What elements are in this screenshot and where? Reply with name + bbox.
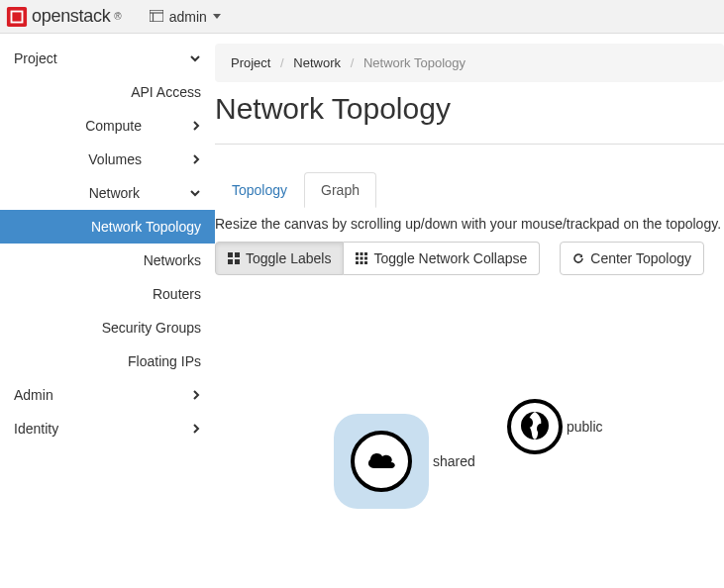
sidebar-item-admin[interactable]: Admin (0, 378, 215, 412)
sidebar-label: Security Groups (102, 320, 201, 336)
sidebar: Project API Access Compute Volumes Netwo… (0, 34, 215, 588)
chevron-down-icon (189, 187, 201, 199)
breadcrumb-sep: / (351, 55, 355, 70)
help-text: Resize the canvas by scrolling up/down w… (215, 216, 724, 232)
svg-rect-8 (228, 259, 233, 264)
caret-down-icon (213, 14, 221, 19)
chevron-right-icon (191, 120, 201, 132)
page-title: Network Topology (215, 92, 724, 126)
breadcrumb-item-current: Network Topology (363, 55, 465, 70)
toggle-labels-button[interactable]: Toggle Labels (215, 242, 344, 275)
breadcrumb: Project / Network / Network Topology (215, 44, 724, 82)
sidebar-label: Floating IPs (128, 353, 201, 369)
main-content: Project / Network / Network Topology Net… (215, 34, 724, 588)
svg-rect-3 (150, 10, 163, 22)
toolbar: Toggle Labels Toggle Network Collapse Ce… (215, 242, 724, 275)
sidebar-label: Compute (10, 118, 142, 134)
topbar: openstack ® admin (0, 0, 724, 34)
svg-rect-7 (235, 252, 240, 257)
sidebar-item-networks[interactable]: Networks (0, 244, 215, 277)
node-circle (507, 399, 563, 454)
sidebar-item-security-groups[interactable]: Security Groups (0, 311, 215, 344)
svg-rect-12 (364, 252, 367, 255)
sidebar-label: Admin (14, 387, 53, 403)
node-halo (507, 399, 563, 454)
sidebar-item-network-topology[interactable]: Network Topology (0, 210, 215, 244)
sidebar-item-api-access[interactable]: API Access (0, 75, 215, 109)
chevron-down-icon (189, 52, 201, 64)
sidebar-item-identity[interactable]: Identity (0, 412, 215, 445)
svg-rect-10 (356, 252, 359, 255)
network-node-public[interactable]: public (507, 399, 603, 454)
svg-rect-6 (228, 252, 233, 257)
divider (215, 144, 724, 145)
svg-rect-18 (364, 261, 367, 264)
grid-icon (228, 252, 240, 264)
sidebar-item-network[interactable]: Network (0, 176, 215, 210)
svg-rect-13 (356, 257, 359, 260)
svg-rect-17 (361, 261, 363, 264)
sidebar-item-floating-ips[interactable]: Floating IPs (0, 344, 215, 378)
globe-icon (518, 409, 552, 445)
svg-point-20 (525, 418, 533, 428)
button-label: Toggle Labels (246, 250, 331, 266)
brand-logo[interactable]: openstack ® (6, 6, 122, 28)
trademark: ® (114, 11, 121, 22)
context-icon (150, 9, 163, 25)
breadcrumb-item[interactable]: Network (293, 55, 341, 70)
sidebar-label: Project (14, 50, 57, 66)
breadcrumb-item[interactable]: Project (231, 55, 270, 70)
svg-rect-15 (364, 257, 367, 260)
svg-rect-16 (356, 261, 359, 264)
openstack-icon (6, 6, 28, 28)
sidebar-label: Volumes (10, 151, 142, 167)
svg-rect-14 (361, 257, 363, 260)
tab-topology[interactable]: Topology (215, 172, 304, 208)
chevron-right-icon (191, 423, 201, 435)
user-menu[interactable]: admin (150, 9, 221, 25)
node-circle (351, 431, 412, 492)
sidebar-label: Networks (144, 252, 201, 268)
svg-rect-2 (12, 12, 21, 21)
network-node-shared[interactable]: shared (334, 414, 475, 509)
sidebar-item-volumes[interactable]: Volumes (0, 143, 215, 176)
toggle-collapse-button[interactable]: Toggle Network Collapse (344, 242, 540, 275)
user-name: admin (169, 9, 207, 25)
sidebar-label: API Access (131, 84, 201, 100)
node-label: shared (433, 453, 475, 469)
grid-dense-icon (356, 252, 367, 264)
sidebar-label: Network Topology (91, 219, 201, 235)
cloud-icon (364, 448, 398, 475)
chevron-right-icon (191, 389, 201, 401)
svg-rect-9 (235, 259, 240, 264)
center-topology-button[interactable]: Center Topology (560, 242, 704, 275)
sidebar-item-compute[interactable]: Compute (0, 109, 215, 143)
sidebar-label: Network (10, 185, 140, 201)
button-label: Center Topology (590, 250, 691, 266)
sidebar-item-routers[interactable]: Routers (0, 277, 215, 311)
node-label: public (567, 419, 603, 435)
button-label: Toggle Network Collapse (373, 250, 527, 266)
sidebar-label: Identity (14, 421, 58, 437)
sidebar-label: Routers (153, 286, 201, 302)
svg-point-21 (537, 424, 545, 434)
tabs: Topology Graph (215, 172, 724, 208)
tab-graph[interactable]: Graph (304, 172, 376, 208)
node-halo (334, 414, 429, 509)
breadcrumb-sep: / (280, 55, 284, 70)
brand-text: openstack (32, 6, 110, 27)
refresh-icon (572, 252, 584, 264)
sidebar-item-project[interactable]: Project (0, 42, 215, 75)
topology-canvas[interactable]: shared public (215, 315, 724, 552)
chevron-right-icon (191, 153, 201, 165)
svg-rect-11 (361, 252, 363, 255)
